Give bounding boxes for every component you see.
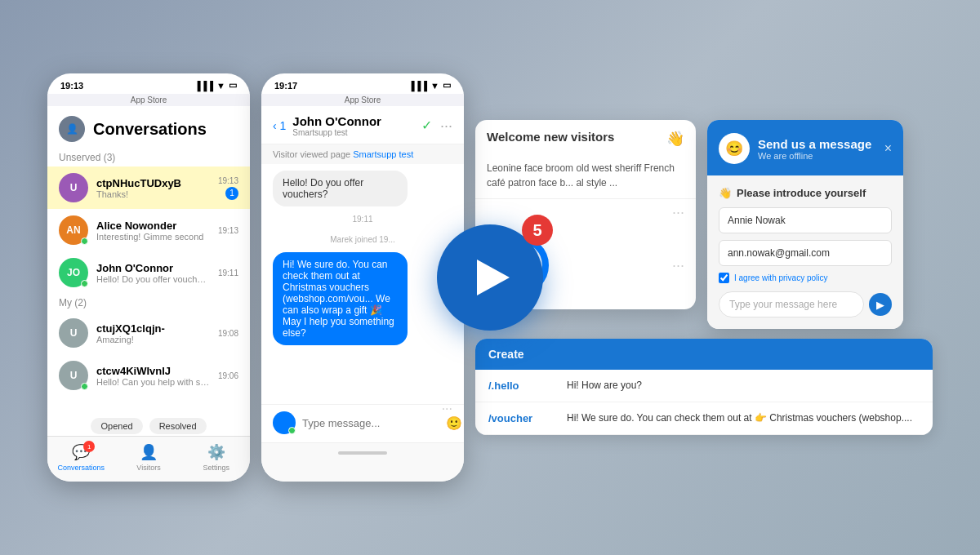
widget-name-field[interactable] — [719, 207, 892, 233]
status-icons-2: ▐▐▐ ▼ ▭ — [408, 80, 451, 91]
filter-opened[interactable]: Opened — [91, 418, 142, 434]
conv-item-my1[interactable]: U ctujXQ1clqjn- Amazing! 19:08 — [47, 312, 250, 354]
wifi-icon: ▼ — [216, 81, 225, 91]
shortcut-row-2[interactable]: /voucher Hi! We sure do. You can check t… — [475, 402, 933, 435]
play-button-overlay[interactable]: 5 — [437, 224, 543, 331]
conv-meta-john: 19:11 — [218, 269, 238, 278]
chat-contact-sub: Smartsupp test — [292, 128, 381, 137]
shortcuts-title: Create — [488, 348, 524, 361]
tab-conversations[interactable]: 💬 1 Conversations — [47, 443, 115, 472]
chat-input-bar: 🙂 📎 📄 — [261, 404, 464, 441]
msg-agent-1: Hi! We sure do. You can check them out a… — [273, 252, 408, 345]
shortcuts-panel: Create /.hello Hi! How are you? /voucher… — [475, 339, 933, 435]
welcome-preview: Leonine face broom old west sheriff Fren… — [475, 153, 696, 199]
content-wrapper: 19:13 ▐▐▐ ▼ ▭ App Store 👤 Conversations … — [0, 49, 980, 506]
section-unserved: Unserved (3) — [47, 149, 250, 166]
conv-avatar-alice: AN — [59, 215, 88, 245]
widget-email-field[interactable] — [719, 240, 892, 266]
status-icons-1: ▐▐▐ ▼ ▭ — [194, 80, 237, 91]
chat-contact-name: John O'Connor — [292, 114, 381, 128]
shortcut-row-1[interactable]: /.hello Hi! How are you? — [475, 370, 933, 402]
msg-time-1: 19:11 — [273, 215, 452, 224]
conv-item-1[interactable]: U ctpNHucTUDxyB Thanks! 19:13 1 — [47, 166, 250, 209]
chat-contact-info: John O'Connor Smartsupp test — [292, 114, 381, 137]
more-dots-welcome[interactable]: ··· — [672, 204, 684, 221]
chat-action-icons: 🙂 📎 📄 — [446, 415, 464, 431]
widget-header: 😊 Send us a message We are offline × — [707, 120, 903, 175]
phone-chat: 19:17 ▐▐▐ ▼ ▭ App Store ‹ 1 John O'Conno… — [261, 73, 464, 482]
wave-emoji: 👋 — [719, 187, 732, 199]
widget-intro: 👋 Please introduce yourself — [719, 187, 892, 199]
welcome-top: Welcome new visitors 👋 — [475, 120, 696, 153]
conv-avatar-1: U — [59, 173, 88, 202]
battery-icon-2: ▭ — [443, 80, 451, 91]
conv-avatar-my2: U — [59, 361, 88, 390]
more-dots-stats: ··· — [672, 257, 684, 274]
shortcut-cmd-1: /.hello — [488, 380, 554, 392]
check-icon[interactable]: ✓ — [421, 118, 432, 135]
send-online — [288, 427, 296, 434]
conv-info-alice: Alice Nowonder Interesting! Gimme second — [96, 220, 210, 242]
status-bar-2: 19:17 ▐▐▐ ▼ ▭ — [261, 73, 464, 94]
conv-avatar-my1: U — [59, 318, 88, 348]
conv-info-1: ctpNHucTUDxyB Thanks! — [96, 177, 210, 199]
emoji-icon[interactable]: 🙂 — [446, 415, 462, 431]
msg-input-placeholder[interactable]: Type your message here — [719, 291, 864, 317]
wave-icon: 👋 — [666, 130, 684, 148]
visitor-link[interactable]: Smartsupp test — [353, 149, 413, 159]
privacy-checkbox[interactable] — [719, 273, 729, 283]
settings-icon: ⚙️ — [207, 443, 225, 461]
conv-meta-1: 19:13 1 — [218, 176, 238, 200]
chat-action-buttons: ✓ ··· — [421, 118, 452, 135]
conv-header: 👤 Conversations — [47, 106, 250, 149]
bottom-tabs: 💬 1 Conversations 👤 Visitors ⚙️ Settings — [47, 436, 250, 482]
filter-resolved[interactable]: Resolved — [149, 418, 207, 434]
chat-header: ‹ 1 John O'Connor Smartsupp test ✓ ··· — [261, 106, 464, 144]
conv-title: Conversations — [93, 120, 207, 139]
shortcut-cmd-2: /voucher — [488, 412, 554, 424]
home-indicator — [338, 451, 387, 455]
conv-meta-my1: 19:08 — [218, 329, 238, 338]
conv-info-john: John O'Connor Hello! Do you offer vouche… — [96, 262, 210, 284]
more-icon[interactable]: ··· — [440, 118, 452, 135]
conv-info-my2: ctcw4KiWIvnlJ Hello! Can you help with s… — [96, 365, 210, 387]
widget-close-button[interactable]: × — [884, 141, 892, 156]
shortcut-text-2: Hi! We sure do. You can check them out a… — [567, 412, 920, 424]
play-circle[interactable]: 5 — [437, 224, 543, 331]
send-button[interactable]: ▶ — [869, 293, 892, 316]
status-bar-1: 19:13 ▐▐▐ ▼ ▭ — [47, 73, 250, 94]
conv-item-john[interactable]: JO John O'Connor Hello! Do you offer vou… — [47, 251, 250, 294]
msg-input-row: Type your message here ▶ — [719, 291, 892, 317]
back-button[interactable]: ‹ 1 — [273, 119, 286, 132]
conversations-icon: 💬 1 — [72, 443, 90, 461]
msg-visitor-1: Hello! Do you offer vouchers? — [273, 171, 408, 206]
conv-info-my1: ctujXQ1clqjn- Amazing! — [96, 322, 210, 344]
play-triangle-icon — [477, 260, 510, 295]
episode-badge: 5 — [522, 215, 553, 246]
conv-meta-my2: 19:06 — [218, 371, 238, 380]
signal-icon: ▐▐▐ — [194, 81, 213, 91]
widget-status: We are offline — [758, 151, 871, 161]
online-dot-john — [81, 280, 88, 287]
conv-item-my2[interactable]: U ctcw4KiWIvnlJ Hello! Can you help with… — [47, 354, 250, 397]
tab-visitors[interactable]: 👤 Visitors — [115, 443, 183, 472]
widget-avatar: 😊 — [719, 133, 750, 164]
battery-icon: ▭ — [229, 80, 237, 91]
visitor-bar: Visitor viewed page Smartsupp test — [261, 144, 464, 164]
phone-home-bar — [261, 442, 464, 482]
chat-text-input[interactable] — [302, 417, 439, 429]
shortcut-text-1: Hi! How are you? — [567, 380, 920, 391]
app-store-bar-2: App Store — [261, 94, 464, 106]
visitors-icon: 👤 — [140, 443, 158, 461]
conv-meta-alice: 19:13 — [218, 226, 238, 235]
widget-title: Send us a message — [758, 137, 871, 151]
conv-item-alice[interactable]: AN Alice Nowonder Interesting! Gimme sec… — [47, 209, 250, 251]
status-time-1: 19:13 — [60, 81, 83, 91]
tab-settings[interactable]: ⚙️ Settings — [182, 443, 250, 472]
chat-widget-panel: 😊 Send us a message We are offline × 👋 P… — [707, 120, 903, 329]
shortcuts-header: Create — [475, 339, 933, 370]
join-notice: Marek joined 19... — [273, 235, 452, 244]
section-my: My (2) — [47, 294, 250, 312]
wifi-icon-2: ▼ — [430, 81, 439, 91]
phone-conversations: 19:13 ▐▐▐ ▼ ▭ App Store 👤 Conversations … — [47, 73, 250, 482]
